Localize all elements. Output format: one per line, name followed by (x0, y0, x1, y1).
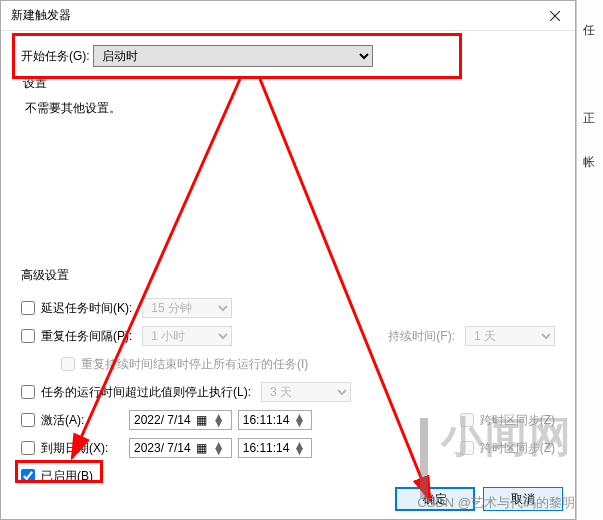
advanced-title: 高级设置 (21, 267, 555, 288)
button-bar: 确定 取消 (395, 479, 563, 519)
expire-time-field[interactable]: 16:11:14 ▲▼ (238, 438, 313, 458)
enabled-label: 已启用(B) (41, 468, 93, 485)
close-button[interactable] (535, 1, 575, 31)
new-trigger-dialog: 新建触发器 开始任务(G): 启动时 设置 不需要其他设置。 高级设置 延迟任务… (0, 0, 576, 520)
delay-row: 延迟任务时间(K): 15 分钟 (21, 294, 555, 322)
ok-button[interactable]: 确定 (395, 487, 475, 511)
advanced-section: 高级设置 延迟任务时间(K): 15 分钟 重复任务间隔(P): 1 小时 持续… (21, 267, 555, 490)
repeat-stop-label: 重复持续时间结束时停止所有运行的任务(I) (81, 356, 308, 373)
expire-date-field[interactable]: 2023/ 7/14 ▦ ▲▼ (129, 438, 232, 458)
repeat-interval-select[interactable]: 1 小时 (142, 326, 232, 346)
activate-sync-label: 跨时区同步(Z) (480, 412, 555, 429)
stop-after-row: 任务的运行时间超过此值则停止执行(L): 3 天 (21, 378, 555, 406)
dialog-title: 新建触发器 (11, 7, 71, 24)
repeat-row: 重复任务间隔(P): 1 小时 持续时间(F): 1 天 (21, 322, 555, 350)
spinner-icon: ▲▼ (293, 414, 307, 426)
activate-time-field[interactable]: 16:11:14 ▲▼ (238, 410, 313, 430)
begin-task-row: 开始任务(G): 启动时 (21, 45, 555, 67)
delay-value-select[interactable]: 15 分钟 (142, 298, 232, 318)
dialog-content: 开始任务(G): 启动时 设置 不需要其他设置。 高级设置 延迟任务时间(K):… (1, 31, 575, 500)
activate-sync-checkbox (460, 413, 474, 427)
cancel-button[interactable]: 取消 (483, 487, 563, 511)
expire-sync-checkbox (460, 441, 474, 455)
expire-label: 到期日期(X): (41, 440, 119, 457)
calendar-icon: ▦ (195, 441, 209, 455)
activate-date-field[interactable]: 2022/ 7/14 ▦ ▲▼ (129, 410, 232, 430)
repeat-label: 重复任务间隔(P): (41, 328, 132, 345)
expire-sync-label: 跨时区同步(Z) (480, 440, 555, 457)
activate-checkbox[interactable] (21, 413, 35, 427)
calendar-icon: ▦ (195, 413, 209, 427)
activate-row: 激活(A): 2022/ 7/14 ▦ ▲▼ 16:11:14 ▲▼ 跨时区同步… (21, 406, 555, 434)
delay-checkbox[interactable] (21, 301, 35, 315)
spinner-icon: ▲▼ (293, 442, 307, 454)
close-icon (550, 11, 560, 21)
repeat-duration-label: 持续时间(F): (388, 328, 455, 345)
repeat-stop-checkbox (61, 357, 75, 371)
delay-label: 延迟任务时间(K): (41, 300, 132, 317)
begin-task-select[interactable]: 启动时 (93, 45, 373, 67)
spinner-icon: ▲▼ (213, 414, 227, 426)
settings-section-label: 设置 (23, 75, 555, 92)
repeat-stop-row: 重复持续时间结束时停止所有运行的任务(I) (21, 350, 555, 378)
right-column-snippet: 任 正 帐 (576, 0, 603, 520)
stop-after-checkbox[interactable] (21, 385, 35, 399)
repeat-checkbox[interactable] (21, 329, 35, 343)
expire-checkbox[interactable] (21, 441, 35, 455)
expire-row: 到期日期(X): 2023/ 7/14 ▦ ▲▼ 16:11:14 ▲▼ 跨时区… (21, 434, 555, 462)
settings-message: 不需要其他设置。 (25, 100, 555, 117)
enabled-checkbox[interactable] (21, 469, 35, 483)
repeat-duration-select[interactable]: 1 天 (465, 326, 555, 346)
stop-after-label: 任务的运行时间超过此值则停止执行(L): (41, 384, 251, 401)
stop-after-select[interactable]: 3 天 (261, 382, 351, 402)
begin-task-label: 开始任务(G): (21, 48, 93, 65)
titlebar: 新建触发器 (1, 1, 575, 31)
activate-label: 激活(A): (41, 412, 119, 429)
spinner-icon: ▲▼ (213, 442, 227, 454)
